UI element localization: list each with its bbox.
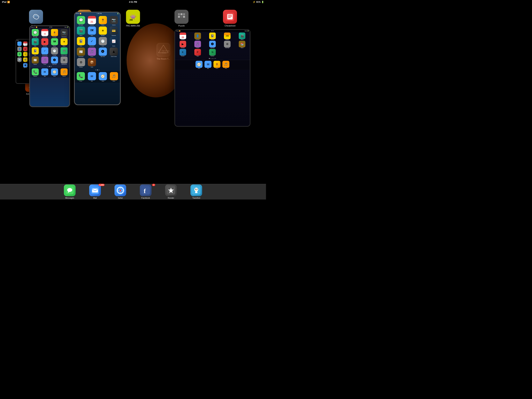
pacman-label: PAC-MAN 256: [126, 25, 140, 27]
wifi-icon: 📶: [7, 1, 10, 3]
tweetbot-icon: [190, 185, 202, 196]
bluetooth-icon: ⚡: [253, 1, 255, 3]
martha-label: Martha Stewart: [35, 58, 49, 60]
hype-label: Hype Reflect: [78, 25, 90, 27]
messages-icon: [64, 185, 76, 196]
lower-app-row: Adobe Dra...: [23, 78, 41, 95]
ambiance-icon: [29, 10, 43, 24]
status-bar: iPad 📶 2:51 PM ⚡ 81% 🔋: [0, 0, 266, 4]
svg-rect-0: [80, 14, 89, 19]
device-label: iPad: [2, 1, 6, 3]
status-time: 2:51 PM: [129, 1, 137, 3]
reeder-label: Reeder: [168, 197, 174, 199]
hype-icon: [77, 10, 92, 24]
svg-point-51: [197, 189, 197, 189]
svg-rect-5: [178, 13, 180, 15]
app-puzzle[interactable]: Puzzle: [173, 10, 190, 27]
svg-rect-9: [181, 16, 183, 18]
facebook-icon: f: [140, 185, 152, 196]
dock-mail[interactable]: 1,406 Mail: [86, 185, 104, 199]
main-area: Ambiance Hype Reflect 👾 256 PAC-MAN 256: [0, 4, 266, 184]
reeder-icon: [165, 185, 177, 196]
battery-icon: 🔋: [261, 1, 264, 3]
top-app-row: Ambiance Hype Reflect 👾 256 PAC-MAN 256: [0, 10, 266, 27]
svg-point-32: [67, 188, 72, 192]
dock-safari[interactable]: Safari: [112, 185, 129, 199]
facebook-badge: 3: [152, 184, 155, 186]
facebook-label: Facebook: [141, 197, 150, 199]
svg-point-50: [195, 189, 196, 189]
squire-label: Squire: [221, 58, 227, 60]
planet-decoration: [127, 23, 185, 97]
svg-rect-35: [92, 189, 98, 193]
svg-rect-29: [26, 79, 38, 91]
mail-icon: [89, 185, 101, 196]
status-left: iPad 📶: [2, 1, 10, 3]
svg-text:256: 256: [129, 19, 133, 21]
mortal-icon: [96, 43, 110, 57]
app-mortal[interactable]: Mortal Kom...: [94, 43, 111, 60]
squire-icon: Q: [217, 43, 231, 57]
messages-label: Messages: [65, 197, 74, 199]
puzzle-icon: [174, 10, 189, 24]
cheatsheet-icon: [223, 10, 237, 24]
status-right: ⚡ 81% 🔋: [253, 1, 264, 3]
tweetbot-label: Tweetbot: [192, 197, 200, 199]
puzzle-label: Puzzle: [178, 25, 185, 27]
mail-badge: 1,406: [99, 184, 105, 186]
app-martha[interactable]: MARTHA STEWART Living Martha Stewart: [33, 43, 51, 60]
svg-rect-14: [228, 16, 232, 17]
battery-level: 81%: [256, 1, 260, 3]
app-squire[interactable]: Q Squire: [215, 43, 233, 60]
mail-label: Mail: [93, 197, 97, 199]
app-cheatsheet[interactable]: Cheatsheet: [221, 10, 239, 27]
svg-rect-7: [183, 13, 185, 15]
svg-text:Living: Living: [37, 52, 45, 55]
dock-tweetbot[interactable]: Tweetbot: [188, 185, 205, 199]
app-pacman[interactable]: 👾 256 PAC-MAN 256: [124, 10, 142, 27]
app-adobe[interactable]: Adobe Dra...: [23, 78, 41, 95]
svg-rect-6: [181, 13, 183, 15]
svg-rect-15: [228, 17, 231, 18]
dock-facebook[interactable]: f 3 Facebook: [137, 185, 154, 199]
svg-text:Q: Q: [222, 48, 225, 52]
svg-rect-13: [228, 15, 232, 15]
svg-rect-10: [183, 16, 185, 18]
phone-screens-overlay: iPod19:59 🌐 Safari 17 Calendar ✉ Mail 👤 …: [16, 10, 250, 184]
adobe-label: Adobe Dra...: [26, 93, 38, 95]
martha-icon: MARTHA STEWART Living: [35, 43, 49, 57]
app-hype-reflect[interactable]: Hype Reflect: [76, 10, 93, 27]
dock-reeder[interactable]: Reeder: [162, 185, 180, 199]
pacman-icon: 👾 256: [126, 10, 140, 24]
dock: Messages 1,406 Mail Safari: [0, 184, 266, 200]
ambiance-label: Ambiance: [31, 25, 41, 27]
cheatsheet-label: Cheatsheet: [225, 25, 235, 27]
safari-label: Safari: [118, 197, 123, 199]
app-ambiance[interactable]: Ambiance: [27, 10, 45, 27]
mortal-label: Mortal Kom...: [96, 58, 109, 60]
svg-point-30: [33, 83, 34, 84]
dock-messages[interactable]: Messages: [61, 185, 78, 199]
svg-rect-8: [178, 16, 180, 18]
adobe-icon: [25, 78, 39, 92]
svg-text:f: f: [144, 187, 146, 194]
safari-icon: [114, 185, 126, 196]
svg-rect-54: [196, 190, 197, 192]
